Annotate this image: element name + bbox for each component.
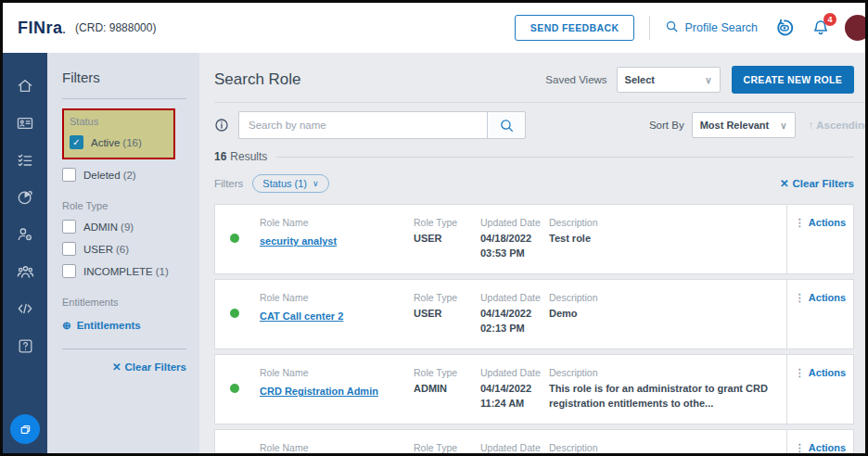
role-type-value: ADMIN [414, 382, 457, 397]
role-type-column-label: Role Type [414, 217, 457, 228]
send-feedback-button[interactable]: SEND FEEDBACK [515, 15, 635, 41]
checkbox-admin[interactable] [62, 220, 76, 234]
updated-date-value: 04/14/2022 [480, 382, 541, 397]
entitlements-link[interactable]: ⊕ Entitlements [62, 319, 186, 332]
sort-select[interactable]: Most Relevant ∨ [692, 112, 796, 138]
clear-filters-button[interactable]: ✕Clear Filters [780, 177, 854, 190]
search-input[interactable] [238, 111, 487, 139]
filter-checkbox-deleted[interactable]: Deleted(2) [62, 168, 186, 182]
saved-views-label: Saved Views [545, 74, 606, 85]
checkbox-active[interactable]: ✓ [70, 135, 83, 149]
results-word: Results [230, 150, 267, 163]
notifications-bell-icon[interactable]: 4 [811, 19, 830, 37]
user-avatar[interactable] [845, 15, 868, 41]
role-type-column-label: Role Type [414, 442, 457, 453]
checkbox-incomplete[interactable] [62, 264, 76, 278]
table-row: Role Name security analyst Role Type USE… [214, 204, 854, 274]
recently-viewed-icon[interactable] [774, 18, 795, 38]
search-button[interactable] [487, 111, 526, 139]
header-divider [649, 16, 650, 40]
filter-checkbox-incomplete[interactable]: INCOMPLETE(1) [62, 264, 186, 278]
people-group-icon[interactable] [3, 253, 47, 290]
finra-logo: FINra. [18, 19, 66, 38]
actions-label: Actions [809, 217, 846, 228]
chevron-down-icon: ∨ [313, 179, 319, 188]
code-icon[interactable] [3, 290, 47, 327]
ascending-toggle[interactable]: ↑ Ascending [809, 120, 865, 131]
checkbox-user[interactable] [62, 242, 76, 256]
windows-icon[interactable] [10, 414, 40, 444]
filter-checkbox-admin[interactable]: ADMIN(9) [62, 220, 186, 234]
role-type-value: USER [414, 232, 457, 247]
description-column-label: Description [549, 442, 788, 453]
description-value: Demo [549, 307, 788, 322]
active-status-dot [230, 234, 239, 243]
role-name-link[interactable]: security analyst [260, 235, 337, 247]
plus-circle-icon: ⊕ [62, 319, 71, 332]
row-actions-button[interactable]: ⋮ Actions [786, 205, 853, 273]
role-name-column-label: Role Name [260, 367, 378, 378]
role-type-column-label: Role Type [414, 367, 457, 378]
filters-panel: Filters Status ✓ Active(16) Deleted(2) R… [47, 53, 199, 453]
title-divider [214, 102, 865, 103]
description-value: Test role [549, 232, 788, 247]
role-name-column-label: Role Name [260, 442, 342, 453]
user-gear-icon[interactable] [3, 216, 47, 253]
results-count: 16 [214, 150, 226, 163]
actions-label: Actions [809, 442, 846, 453]
row-actions-button[interactable]: ⋮ Actions [786, 430, 853, 453]
filters-divider [62, 98, 186, 99]
status-group-label: Status [70, 116, 166, 127]
saved-views-select[interactable]: Select ∨ [617, 67, 721, 93]
page-title: Search Role [214, 70, 301, 89]
kebab-icon: ⋮ [795, 442, 805, 453]
table-row: Role Name CRD Registration Admin Role Ty… [214, 354, 854, 424]
results-list: Role Name security analyst Role Type USE… [214, 204, 854, 453]
role-name-link[interactable]: CRD Registration Admin [260, 386, 378, 397]
active-status-dot [230, 384, 239, 393]
checkbox-deleted[interactable] [62, 168, 76, 182]
description-value: This role is for an administrator to gra… [549, 382, 788, 412]
pie-chart-icon[interactable] [3, 179, 47, 216]
search-icon [665, 19, 679, 36]
app-window: FINra. (CRD: 9888000) SEND FEEDBACK Prof… [0, 0, 868, 456]
filter-checkbox-active[interactable]: ✓ Active(16) [70, 135, 166, 149]
actions-label: Actions [809, 367, 846, 378]
kebab-icon: ⋮ [795, 367, 805, 379]
profile-search-link[interactable]: Profile Search [665, 19, 758, 36]
top-bar: FINra. (CRD: 9888000) SEND FEEDBACK Prof… [3, 3, 865, 53]
home-icon[interactable] [3, 68, 47, 105]
info-icon [214, 118, 229, 133]
table-row: Role Name Compliance dept Role Type USER… [214, 429, 854, 453]
nav-rail [3, 53, 47, 453]
updated-time-value: 11:24 AM [480, 397, 541, 412]
description-column-label: Description [549, 292, 788, 303]
id-card-icon[interactable] [3, 105, 47, 142]
status-filter-highlight: Status ✓ Active(16) [62, 108, 175, 159]
arrow-up-icon: ↑ [809, 120, 814, 131]
updated-time-value: 03:53 PM [480, 247, 541, 261]
panel-clear-filters[interactable]: ✕Clear Filters [62, 361, 186, 374]
updated-date-value: 04/14/2022 [480, 307, 541, 322]
role-type-column-label: Role Type [414, 292, 457, 303]
sort-by-label: Sort By [649, 120, 684, 131]
updated-date-column-label: Updated Date [480, 217, 541, 228]
updated-date-column-label: Updated Date [480, 442, 541, 453]
help-icon[interactable] [3, 327, 47, 364]
checklist-icon[interactable] [3, 142, 47, 179]
description-column-label: Description [549, 367, 788, 378]
notification-count-badge: 4 [823, 13, 836, 26]
row-actions-button[interactable]: ⋮ Actions [786, 355, 853, 424]
filter-checkbox-user[interactable]: USER(6) [62, 242, 186, 256]
description-column-label: Description [549, 217, 788, 228]
kebab-icon: ⋮ [795, 217, 805, 229]
chevron-down-icon: ∨ [780, 120, 786, 131]
status-filter-chip[interactable]: Status (1) ∨ [252, 174, 328, 193]
updated-date-column-label: Updated Date [480, 292, 541, 303]
row-actions-button[interactable]: ⋮ Actions [786, 280, 853, 348]
entitlements-group-label: Entitlements [62, 297, 186, 308]
create-new-role-button[interactable]: CREATE NEW ROLE [732, 66, 854, 94]
main-content: Search Role Saved Views Select ∨ CREATE … [199, 53, 865, 453]
role-name-link[interactable]: CAT Call center 2 [260, 310, 343, 322]
actions-label: Actions [809, 292, 846, 303]
